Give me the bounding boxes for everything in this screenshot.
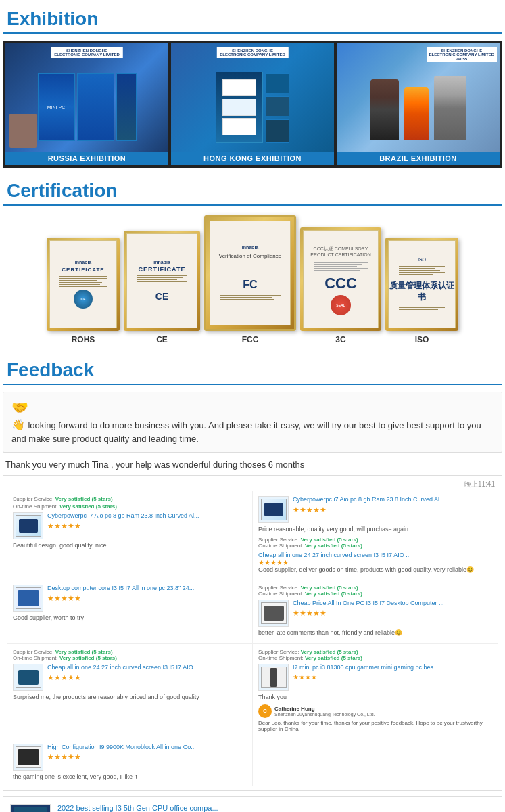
cert-item-rohs: Inhabia CERTIFICATE CE ROHS <box>47 238 120 344</box>
exhibition-images: SHENZHEN DONGHEELECTRONIC COMPANY LIMITE… <box>3 41 502 168</box>
exhibition-photo-russia: SHENZHEN DONGHEELECTRONIC COMPANY LIMITE… <box>5 43 168 152</box>
review-card-8-empty <box>253 738 498 787</box>
review-product-row-3: Desktop computer core I3 I5 I7 All in on… <box>13 585 247 612</box>
bottom-review-header: 2022 best selling I3 5th Gen CPU office … <box>10 804 495 812</box>
review-card-2: Cyberpowerpc i7 Aio pc 8 gb Ram 23.8 Inc… <box>253 491 498 579</box>
hk-booth-layout <box>216 72 289 143</box>
cert-frame-3c: CCC认证 COMPULSORY PRODUCT CERTIFICATION C… <box>300 227 381 331</box>
product-img-6 <box>258 664 289 691</box>
reviewer-avatar: C <box>258 704 272 718</box>
bottom-review-img <box>10 804 51 812</box>
cert-frame-rohs: Inhabia CERTIFICATE CE <box>47 238 120 331</box>
review-comment-6: Thank you <box>258 694 492 702</box>
review-card-6: Supplier Service: Very satisfied (5 star… <box>253 644 498 738</box>
product-img-2 <box>258 496 289 523</box>
brazil-people <box>370 76 466 140</box>
cert-frame-iso: ISO 质量管理体系认证书 <box>385 238 458 331</box>
review-card-4: Supplier Service: Very satisfied (5 star… <box>253 579 498 643</box>
feedback-title: Feedback <box>3 354 502 385</box>
review-card-7: High Configuration I9 9900K Monoblock Al… <box>7 738 252 787</box>
review-product-row-4: Cheap Price All In One PC I3 I5 I7 Deskt… <box>258 600 492 627</box>
review-stars-4: ★★★★★ <box>293 609 492 618</box>
exhibition-label-brazil: BRAZIL EXHIBITION <box>337 152 500 165</box>
feedback-main-text: looking forward to do more business with… <box>11 420 481 444</box>
review-product-name-3: Desktop computer core I3 I5 I7 All in on… <box>47 585 247 593</box>
cert-label-iso: ISO <box>415 335 429 344</box>
wave-emoji: 👋 <box>11 419 25 430</box>
cert-frame-fcc: Inhabia Verification of Compliance FC <box>204 215 296 331</box>
hk-banner: SHENZHEN DONGHEELECTRONIC COMPANY LIMITE… <box>216 47 288 58</box>
review-product-name-2: Cyberpowerpc i7 Aio pc 8 gb Ram 23.8 Inc… <box>293 496 492 504</box>
russia-banner: SHENZHEN DONGHEELECTRONIC COMPANY LIMITE… <box>51 47 122 58</box>
review-product-row-2: Cyberpowerpc i7 Aio pc 8 gb Ram 23.8 Inc… <box>258 496 492 523</box>
review-product-info-3: Desktop computer core I3 I5 I7 All in on… <box>47 585 247 612</box>
review-comment-1: Beautiful design, good quality, nice <box>13 542 247 550</box>
reviewer-company: Shenzhen Juyanshuguang Technology Co., L… <box>274 712 375 717</box>
product-img-7 <box>13 744 43 771</box>
review-card-3: Desktop computer core I3 I5 I7 All in on… <box>7 579 252 643</box>
review-product-row-7: High Configuration I9 9900K Monoblock Al… <box>13 744 247 771</box>
review-product-name-1: Cyberpowerpc i7 Aio pc 8 gb Ram 23.8 Inc… <box>47 512 247 520</box>
cert-inner-fcc: Inhabia Verification of Compliance FC <box>210 221 291 325</box>
bottom-review: 2022 best selling I3 5th Gen CPU office … <box>3 796 502 812</box>
reviewer-message: Dear Leo, thanks for your time, thanks f… <box>258 720 492 732</box>
feedback-thank: Thank you very much Tina , your help was… <box>3 459 502 470</box>
cert-frame-ce: Inhabia CERTIFICATE CE <box>124 231 200 331</box>
review-product-info-6: I7 mini pc i3 81300 cpu gammer mini gami… <box>293 664 492 691</box>
cert-inner-iso: ISO 质量管理体系认证书 <box>388 240 456 328</box>
cert-item-3c: CCC认证 COMPULSORY PRODUCT CERTIFICATION C… <box>300 227 381 344</box>
review-comment-7: the gaming one is excellent, very good, … <box>13 773 247 782</box>
review-stars-7: ★★★★★ <box>47 752 247 761</box>
review-stars-3: ★★★★★ <box>47 594 247 603</box>
cert-label-ce: CE <box>156 335 168 344</box>
reviews-container: 晚上11:41 Supplier Service: Very satisfied… <box>3 475 502 791</box>
product-img-3 <box>13 585 43 612</box>
review-product-row-1: Cyberpowerpc i7 Aio pc 8 gb Ram 23.8 Inc… <box>13 512 247 539</box>
review-product-info-2: Cyberpowerpc i7 Aio pc 8 gb Ram 23.8 Inc… <box>293 496 492 523</box>
cert-inner-ce: Inhabia CERTIFICATE CE <box>126 233 197 328</box>
exhibition-section: Exhibition SHENZHEN DONGHEELECTRONIC COM… <box>0 0 505 168</box>
review-stars-6: ★★★★ <box>293 673 492 681</box>
cert-item-iso: ISO 质量管理体系认证书 ISO <box>385 238 458 344</box>
review-stars-1: ★★★★★ <box>47 522 247 531</box>
review-stars-2: ★★★★★ <box>293 505 492 514</box>
review-product-name-7: High Configuration I9 9900K Monoblock Al… <box>47 744 247 752</box>
product-img-1 <box>13 512 43 539</box>
bottom-review-title: 2022 best selling I3 5th Gen CPU office … <box>57 804 495 812</box>
cert-label-rohs: ROHS <box>72 335 95 344</box>
russia-booth-panels: MINI PC <box>38 73 137 141</box>
product-img-4 <box>258 600 289 627</box>
timestamp: 晚上11:41 <box>7 480 498 489</box>
feedback-message-box: 🤝 👋 looking forward to do more business … <box>3 392 502 453</box>
certification-title: Certification <box>3 175 502 206</box>
product-img-5 <box>13 664 43 691</box>
review-product-info-7: High Configuration I9 9900K Monoblock Al… <box>47 744 247 771</box>
exhibition-title: Exhibition <box>3 3 502 34</box>
reviewer-name: Catherine Hong <box>274 706 375 712</box>
review-card-1: Supplier Service: Very satisfied (5 star… <box>7 491 252 579</box>
cert-inner-rohs: Inhabia CERTIFICATE CE <box>49 240 117 328</box>
exhibition-item-hk: SHENZHEN DONGHEELECTRONIC COMPANY LIMITE… <box>171 43 334 165</box>
review-comment-5: Surprised me, the products are reasonabl… <box>13 694 247 702</box>
cert-label-3c: 3C <box>335 335 345 344</box>
review-product-row-5: Cheap all in one 24 27 inch curved scree… <box>13 664 247 691</box>
review-comment-4: better late comments than not, friendly … <box>258 629 492 637</box>
review-comment-3: Good supplier, worth to try <box>13 614 247 623</box>
feedback-emoji: 🤝 <box>11 399 494 415</box>
brazil-banner: SHENZHEN DONGHEELECTRONIC COMPANY LIMITE… <box>427 47 497 62</box>
review-product-info-5: Cheap all in one 24 27 inch curved scree… <box>47 664 247 691</box>
exhibition-label-russia: RUSSIA EXHIBITION <box>5 152 168 165</box>
review-product-row-6: I7 mini pc i3 81300 cpu gammer mini gami… <box>258 664 492 691</box>
feedback-section: Feedback 🤝 👋 looking forward to do more … <box>0 347 505 812</box>
review-comment-2: Price reasonable, quality very good, wil… <box>258 526 492 534</box>
certification-section: Certification Inhabia CERTIFICATE CE <box>0 168 505 347</box>
certification-images: Inhabia CERTIFICATE CE ROHS <box>3 212 502 347</box>
bottom-review-content: 2022 best selling I3 5th Gen CPU office … <box>57 804 495 812</box>
review-product-info-4: Cheap Price All In One PC I3 I5 I7 Deskt… <box>293 600 492 627</box>
cert-label-fcc: FCC <box>242 335 259 344</box>
cert-item-fcc: Inhabia Verification of Compliance FC <box>204 215 296 344</box>
review-product-name-5: Cheap all in one 24 27 inch curved scree… <box>47 664 247 672</box>
reviews-grid: Supplier Service: Very satisfied (5 star… <box>7 491 498 786</box>
exhibition-photo-hk: SHENZHEN DONGHEELECTRONIC COMPANY LIMITE… <box>171 43 334 152</box>
exhibition-photo-brazil: SHENZHEN DONGHEELECTRONIC COMPANY LIMITE… <box>337 43 500 152</box>
